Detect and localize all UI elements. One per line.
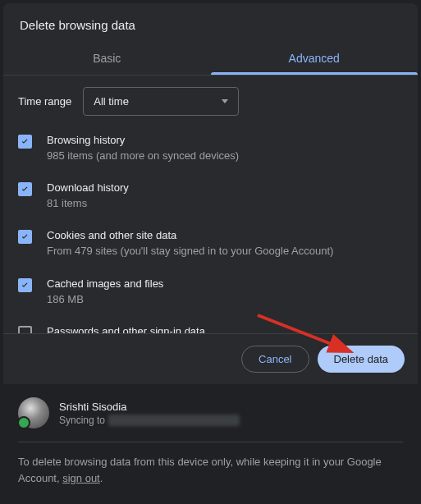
checkbox[interactable] <box>18 135 32 149</box>
time-range-select[interactable]: All time <box>83 87 239 116</box>
chevron-down-icon <box>222 99 228 103</box>
item-label: Download history <box>47 181 403 194</box>
sign-out-link[interactable]: sign out <box>62 472 100 484</box>
item-label: Browsing history <box>47 134 403 146</box>
redacted-email <box>108 415 240 426</box>
checkbox[interactable] <box>18 182 32 196</box>
delete-data-button[interactable]: Delete data <box>318 346 405 373</box>
avatar <box>18 397 49 428</box>
list-item: Cookies and other site dataFrom 479 site… <box>18 229 403 259</box>
delete-browsing-data-dialog: Delete browsing data Basic Advanced Time… <box>3 3 418 501</box>
account-note: To delete browsing data from this device… <box>18 454 403 486</box>
account-section: Srishti Sisodia Syncing to To delete bro… <box>3 384 418 501</box>
checkbox[interactable] <box>18 230 32 244</box>
item-sublabel: 81 items <box>47 196 403 211</box>
item-sublabel: 985 items (and more on synced devices) <box>47 149 403 163</box>
tab-basic[interactable]: Basic <box>3 44 211 75</box>
divider <box>18 442 403 442</box>
checkbox[interactable] <box>18 278 32 292</box>
content-scroll[interactable]: Time range All time Browsing history985 … <box>3 76 418 333</box>
item-label: Cookies and other site data <box>47 229 403 241</box>
list-item: Browsing history985 items (and more on s… <box>18 134 403 163</box>
dialog-title: Delete browsing data <box>3 3 418 44</box>
item-sublabel: 186 MB <box>47 292 403 307</box>
list-item: Passwords and other sign-in data142 pass… <box>18 325 403 333</box>
tab-advanced[interactable]: Advanced <box>211 44 419 75</box>
time-range-value: All time <box>94 95 129 108</box>
item-label: Cached images and files <box>47 277 403 290</box>
item-sublabel: From 479 sites (you'll stay signed in to… <box>47 244 403 259</box>
tabs: Basic Advanced <box>3 44 418 76</box>
list-item: Cached images and files186 MB <box>18 277 403 307</box>
list-item: Download history81 items <box>18 181 403 211</box>
item-label: Passwords and other sign-in data <box>47 325 403 333</box>
account-sync-status: Syncing to <box>59 415 240 426</box>
dialog-footer: Cancel Delete data <box>3 333 418 384</box>
checkbox[interactable] <box>18 326 32 333</box>
time-range-label: Time range <box>18 95 71 108</box>
account-name: Srishti Sisodia <box>59 401 240 413</box>
cancel-button[interactable]: Cancel <box>241 346 309 373</box>
